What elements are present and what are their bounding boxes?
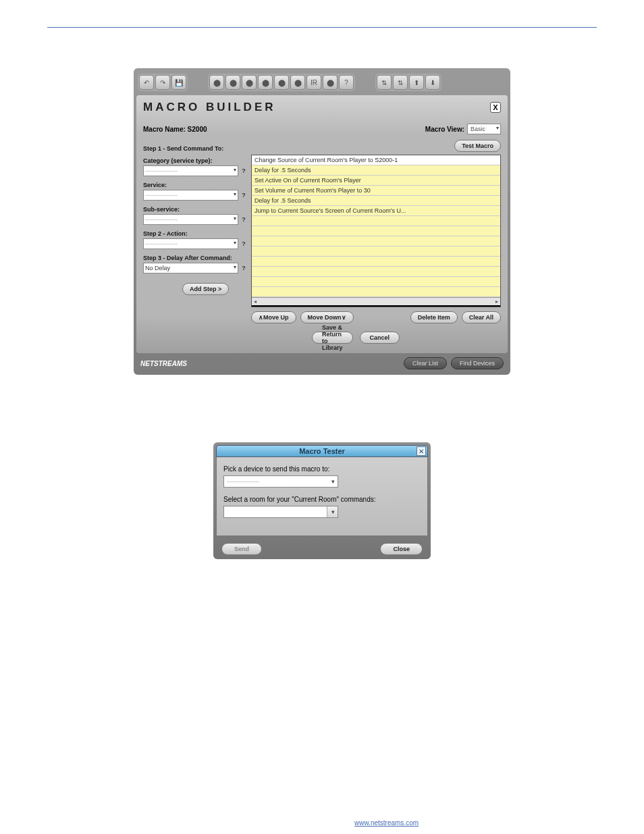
macro-builder-panel: MACRO BUILDER X Macro Name: S2000 Macro …: [136, 95, 508, 353]
help-icon[interactable]: ?: [240, 192, 247, 199]
macro-view: Macro View: Basic: [425, 124, 501, 134]
service-select[interactable]: ----------------: [143, 190, 238, 201]
step-row[interactable]: Delay for .5 Seconds: [252, 196, 500, 206]
step-row-empty: [252, 236, 500, 246]
close-icon[interactable]: X: [490, 102, 501, 113]
undo-icon[interactable]: ↶: [139, 75, 154, 90]
macro-tester-title: Macro Tester: [217, 447, 427, 455]
tool-icon[interactable]: ⬤: [323, 75, 338, 90]
move-down-button[interactable]: Move Down ∨: [300, 311, 354, 323]
cancel-button[interactable]: Cancel: [360, 332, 400, 344]
step-row-empty: [252, 246, 500, 257]
net-icon[interactable]: ⇅: [393, 75, 408, 90]
tool-icon[interactable]: ⬤: [209, 75, 224, 90]
macro-tester-body: Pick a device to send this macro to: ---…: [216, 457, 428, 536]
steps-list: Change Source of Current Room's Player t…: [251, 155, 501, 307]
macro-view-select[interactable]: Basic: [467, 124, 501, 134]
toolbar-group-main: ⬤ ⬤ ⬤ ⬤ ⬤ ⬤ IR ⬤ ?: [208, 74, 355, 91]
status-bar: NETSTREAMS Clear List Find Devices: [136, 357, 508, 369]
step-row-empty: [252, 287, 500, 297]
step-row-empty: [252, 216, 500, 226]
toolbar: ↶ ↷ 💾 ⬤ ⬤ ⬤ ⬤ ⬤ ⬤ IR ⬤ ? ⇅ ⇅ ⬆ ⬇: [136, 71, 508, 95]
macro-tester-footer: Send Close: [216, 536, 428, 556]
find-devices-button[interactable]: Find Devices: [451, 357, 504, 369]
logo: NETSTREAMS: [140, 360, 187, 367]
net-icon[interactable]: ⬆: [409, 75, 424, 90]
service-label: Service:: [143, 182, 247, 188]
step1-label: Step 1 - Send Command To:: [143, 145, 247, 152]
help-icon[interactable]: ?: [240, 240, 247, 247]
category-label: Category (service type):: [143, 157, 247, 164]
step3-label: Step 3 - Delay After Command:: [143, 255, 247, 261]
tool-icon[interactable]: ⬤: [225, 75, 240, 90]
macro-name: Macro Name: S2000: [143, 126, 207, 133]
macro-tester-header: Macro Tester ✕: [216, 445, 428, 457]
add-step-button[interactable]: Add Step >: [182, 283, 229, 295]
delete-item-button[interactable]: Delete Item: [410, 311, 458, 323]
step2-label: Step 2 - Action:: [143, 230, 247, 237]
move-up-button[interactable]: ∧ Move Up: [251, 311, 296, 323]
step-row[interactable]: Delay for .5 Seconds: [252, 165, 500, 176]
help-icon[interactable]: ?: [240, 216, 247, 223]
panel-title: MACRO BUILDER: [143, 101, 276, 114]
step-row[interactable]: Set Active On of Current Room's Player: [252, 176, 500, 186]
macro-tester-window: Macro Tester ✕ Pick a device to send thi…: [213, 442, 431, 559]
close-button[interactable]: Close: [380, 543, 423, 555]
step-row-empty: [252, 257, 500, 267]
help-icon[interactable]: ?: [339, 75, 354, 90]
macro-view-label: Macro View:: [425, 126, 464, 133]
room-select[interactable]: [223, 506, 338, 518]
redo-icon[interactable]: ↷: [155, 75, 170, 90]
save-icon[interactable]: 💾: [171, 75, 186, 90]
footer-link[interactable]: www.netstreams.com: [354, 819, 419, 827]
send-button[interactable]: Send: [221, 543, 262, 555]
subservice-select[interactable]: ----------------: [143, 214, 238, 225]
step-row-empty: [252, 277, 500, 287]
test-macro-button[interactable]: Test Macro: [454, 140, 501, 152]
macro-name-value: S2000: [188, 126, 207, 133]
pick-device-label: Pick a device to send this macro to:: [223, 465, 421, 473]
left-column: Step 1 - Send Command To: Category (serv…: [143, 140, 247, 323]
clear-all-button[interactable]: Clear All: [462, 311, 501, 323]
header-rule: [47, 27, 597, 28]
right-column: Test Macro Change Source of Current Room…: [251, 140, 501, 323]
macro-name-label: Macro Name:: [143, 126, 186, 133]
help-icon[interactable]: ?: [240, 167, 247, 174]
net-icon[interactable]: ⬇: [425, 75, 440, 90]
close-icon[interactable]: ✕: [417, 446, 426, 456]
action-select[interactable]: ----------------: [143, 238, 238, 249]
category-select[interactable]: ----------------: [143, 165, 238, 176]
tool-icon[interactable]: ⬤: [290, 75, 305, 90]
device-select[interactable]: ----------------: [223, 475, 338, 488]
step-row-empty: [252, 226, 500, 236]
step-row[interactable]: Set Volume of Current Room's Player to 3…: [252, 186, 500, 196]
save-return-button[interactable]: Save & Return to Library: [312, 332, 353, 344]
delay-select[interactable]: No Delay: [143, 263, 238, 273]
select-room-label: Select a room for your "Current Room" co…: [223, 496, 421, 503]
net-icon[interactable]: ⇅: [377, 75, 392, 90]
step-row[interactable]: Jump to Current Source's Screen of Curre…: [252, 206, 500, 216]
ir-icon[interactable]: IR: [306, 75, 321, 90]
step-row[interactable]: Change Source of Current Room's Player t…: [252, 155, 500, 165]
clear-list-button[interactable]: Clear List: [404, 357, 447, 369]
toolbar-group-net: ⇅ ⇅ ⬆ ⬇: [375, 74, 441, 91]
horizontal-scrollbar[interactable]: ◂▸: [252, 297, 500, 305]
step-row-empty: [252, 267, 500, 277]
tool-icon[interactable]: ⬤: [258, 75, 273, 90]
tool-icon[interactable]: ⬤: [274, 75, 289, 90]
macro-builder-window: ↶ ↷ 💾 ⬤ ⬤ ⬤ ⬤ ⬤ ⬤ IR ⬤ ? ⇅ ⇅ ⬆ ⬇: [134, 68, 510, 375]
help-icon[interactable]: ?: [240, 265, 247, 271]
tool-icon[interactable]: ⬤: [242, 75, 257, 90]
toolbar-group-file: ↶ ↷ 💾: [138, 74, 188, 91]
subservice-label: Sub-service:: [143, 206, 247, 213]
